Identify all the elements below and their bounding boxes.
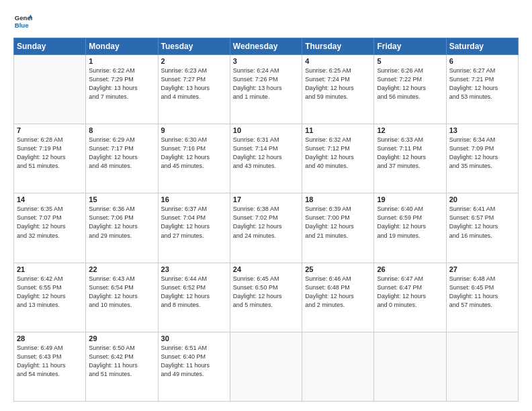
day-info: Sunrise: 6:25 AMSunset: 7:24 PMDaylight:… xyxy=(305,66,371,101)
day-number: 9 xyxy=(161,126,227,134)
calendar-cell: 12Sunrise: 6:33 AMSunset: 7:11 PMDayligh… xyxy=(374,124,446,193)
day-number: 20 xyxy=(449,195,515,203)
calendar-cell: 2Sunrise: 6:23 AMSunset: 7:27 PMDaylight… xyxy=(158,55,230,124)
day-number: 21 xyxy=(17,265,83,273)
calendar-cell: 30Sunrise: 6:51 AMSunset: 6:40 PMDayligh… xyxy=(158,332,230,401)
day-info: Sunrise: 6:37 AMSunset: 7:04 PMDaylight:… xyxy=(161,205,227,240)
calendar-weekday: Tuesday xyxy=(158,38,230,55)
day-number: 4 xyxy=(305,57,371,65)
day-info: Sunrise: 6:50 AMSunset: 6:42 PMDaylight:… xyxy=(89,344,154,379)
day-number: 8 xyxy=(89,126,154,134)
day-number: 30 xyxy=(161,334,227,342)
calendar-cell: 13Sunrise: 6:34 AMSunset: 7:09 PMDayligh… xyxy=(446,124,518,193)
calendar-cell xyxy=(446,332,518,401)
day-info: Sunrise: 6:30 AMSunset: 7:16 PMDaylight:… xyxy=(161,136,227,171)
calendar-weekday: Saturday xyxy=(446,38,518,55)
day-info: Sunrise: 6:28 AMSunset: 7:19 PMDaylight:… xyxy=(17,136,83,171)
calendar-cell: 15Sunrise: 6:36 AMSunset: 7:06 PMDayligh… xyxy=(86,193,158,263)
calendar-cell: 16Sunrise: 6:37 AMSunset: 7:04 PMDayligh… xyxy=(158,193,230,263)
day-number: 28 xyxy=(17,334,83,342)
calendar-cell: 3Sunrise: 6:24 AMSunset: 7:26 PMDaylight… xyxy=(230,55,302,124)
calendar-cell: 11Sunrise: 6:32 AMSunset: 7:12 PMDayligh… xyxy=(302,124,374,193)
day-number: 3 xyxy=(233,57,299,65)
day-info: Sunrise: 6:48 AMSunset: 6:45 PMDaylight:… xyxy=(449,275,515,310)
day-info: Sunrise: 6:34 AMSunset: 7:09 PMDaylight:… xyxy=(449,136,515,171)
day-info: Sunrise: 6:47 AMSunset: 6:47 PMDaylight:… xyxy=(377,275,443,310)
calendar-cell: 1Sunrise: 6:22 AMSunset: 7:29 PMDaylight… xyxy=(86,55,158,124)
day-info: Sunrise: 6:44 AMSunset: 6:52 PMDaylight:… xyxy=(161,275,227,310)
header: General Blue xyxy=(13,12,519,31)
calendar-header-row: SundayMondayTuesdayWednesdayThursdayFrid… xyxy=(14,38,519,55)
calendar-table: SundayMondayTuesdayWednesdayThursdayFrid… xyxy=(13,38,519,402)
day-info: Sunrise: 6:40 AMSunset: 6:59 PMDaylight:… xyxy=(377,205,443,240)
calendar-body: 1Sunrise: 6:22 AMSunset: 7:29 PMDaylight… xyxy=(14,55,519,402)
day-number: 26 xyxy=(377,265,443,273)
calendar-cell xyxy=(302,332,374,401)
calendar-weekday: Sunday xyxy=(14,38,86,55)
day-info: Sunrise: 6:41 AMSunset: 6:57 PMDaylight:… xyxy=(449,205,515,240)
day-info: Sunrise: 6:39 AMSunset: 7:00 PMDaylight:… xyxy=(305,205,371,240)
day-number: 7 xyxy=(17,126,83,134)
logo: General Blue xyxy=(13,12,32,31)
calendar-cell xyxy=(14,55,86,124)
calendar-weekday: Wednesday xyxy=(230,38,302,55)
calendar-cell: 9Sunrise: 6:30 AMSunset: 7:16 PMDaylight… xyxy=(158,124,230,193)
day-info: Sunrise: 6:42 AMSunset: 6:55 PMDaylight:… xyxy=(17,275,83,310)
day-info: Sunrise: 6:36 AMSunset: 7:06 PMDaylight:… xyxy=(89,205,154,240)
day-info: Sunrise: 6:51 AMSunset: 6:40 PMDaylight:… xyxy=(161,344,227,379)
calendar-cell: 17Sunrise: 6:38 AMSunset: 7:02 PMDayligh… xyxy=(230,193,302,263)
day-info: Sunrise: 6:46 AMSunset: 6:48 PMDaylight:… xyxy=(305,275,371,310)
calendar-cell: 14Sunrise: 6:35 AMSunset: 7:07 PMDayligh… xyxy=(14,193,86,263)
day-number: 2 xyxy=(161,57,227,65)
day-number: 18 xyxy=(305,195,371,203)
day-info: Sunrise: 6:38 AMSunset: 7:02 PMDaylight:… xyxy=(233,205,299,240)
calendar-week-row: 1Sunrise: 6:22 AMSunset: 7:29 PMDaylight… xyxy=(14,55,519,124)
calendar-week-row: 7Sunrise: 6:28 AMSunset: 7:19 PMDaylight… xyxy=(14,124,519,193)
calendar-week-row: 14Sunrise: 6:35 AMSunset: 7:07 PMDayligh… xyxy=(14,193,519,263)
day-info: Sunrise: 6:32 AMSunset: 7:12 PMDaylight:… xyxy=(305,136,371,171)
svg-text:Blue: Blue xyxy=(15,21,29,29)
day-number: 27 xyxy=(449,265,515,273)
day-number: 15 xyxy=(89,195,154,203)
calendar-cell: 29Sunrise: 6:50 AMSunset: 6:42 PMDayligh… xyxy=(86,332,158,401)
day-info: Sunrise: 6:43 AMSunset: 6:54 PMDaylight:… xyxy=(89,275,154,310)
day-info: Sunrise: 6:27 AMSunset: 7:21 PMDaylight:… xyxy=(449,66,515,101)
day-number: 16 xyxy=(161,195,227,203)
day-number: 17 xyxy=(233,195,299,203)
day-info: Sunrise: 6:45 AMSunset: 6:50 PMDaylight:… xyxy=(233,275,299,310)
day-number: 19 xyxy=(377,195,443,203)
day-number: 13 xyxy=(449,126,515,134)
day-number: 5 xyxy=(377,57,443,65)
calendar-weekday: Monday xyxy=(86,38,158,55)
calendar-cell: 19Sunrise: 6:40 AMSunset: 6:59 PMDayligh… xyxy=(374,193,446,263)
calendar-cell: 25Sunrise: 6:46 AMSunset: 6:48 PMDayligh… xyxy=(302,263,374,332)
calendar-cell: 8Sunrise: 6:29 AMSunset: 7:17 PMDaylight… xyxy=(86,124,158,193)
calendar-cell: 5Sunrise: 6:26 AMSunset: 7:22 PMDaylight… xyxy=(374,55,446,124)
calendar-cell: 28Sunrise: 6:49 AMSunset: 6:43 PMDayligh… xyxy=(14,332,86,401)
day-number: 14 xyxy=(17,195,83,203)
calendar-cell: 6Sunrise: 6:27 AMSunset: 7:21 PMDaylight… xyxy=(446,55,518,124)
calendar-cell: 7Sunrise: 6:28 AMSunset: 7:19 PMDaylight… xyxy=(14,124,86,193)
calendar-cell: 26Sunrise: 6:47 AMSunset: 6:47 PMDayligh… xyxy=(374,263,446,332)
calendar-cell xyxy=(230,332,302,401)
calendar-cell xyxy=(374,332,446,401)
calendar-week-row: 28Sunrise: 6:49 AMSunset: 6:43 PMDayligh… xyxy=(14,332,519,401)
calendar-cell: 22Sunrise: 6:43 AMSunset: 6:54 PMDayligh… xyxy=(86,263,158,332)
day-info: Sunrise: 6:33 AMSunset: 7:11 PMDaylight:… xyxy=(377,136,443,171)
day-number: 10 xyxy=(233,126,299,134)
calendar-cell: 20Sunrise: 6:41 AMSunset: 6:57 PMDayligh… xyxy=(446,193,518,263)
calendar-cell: 18Sunrise: 6:39 AMSunset: 7:00 PMDayligh… xyxy=(302,193,374,263)
calendar-cell: 4Sunrise: 6:25 AMSunset: 7:24 PMDaylight… xyxy=(302,55,374,124)
day-info: Sunrise: 6:35 AMSunset: 7:07 PMDaylight:… xyxy=(17,205,83,240)
day-number: 25 xyxy=(305,265,371,273)
day-info: Sunrise: 6:31 AMSunset: 7:14 PMDaylight:… xyxy=(233,136,299,171)
day-info: Sunrise: 6:22 AMSunset: 7:29 PMDaylight:… xyxy=(89,66,154,101)
day-info: Sunrise: 6:49 AMSunset: 6:43 PMDaylight:… xyxy=(17,344,83,379)
calendar-week-row: 21Sunrise: 6:42 AMSunset: 6:55 PMDayligh… xyxy=(14,263,519,332)
day-number: 22 xyxy=(89,265,154,273)
logo-icon: General Blue xyxy=(13,12,32,31)
calendar-weekday: Friday xyxy=(374,38,446,55)
calendar-cell: 23Sunrise: 6:44 AMSunset: 6:52 PMDayligh… xyxy=(158,263,230,332)
calendar-cell: 10Sunrise: 6:31 AMSunset: 7:14 PMDayligh… xyxy=(230,124,302,193)
calendar-weekday: Thursday xyxy=(302,38,374,55)
